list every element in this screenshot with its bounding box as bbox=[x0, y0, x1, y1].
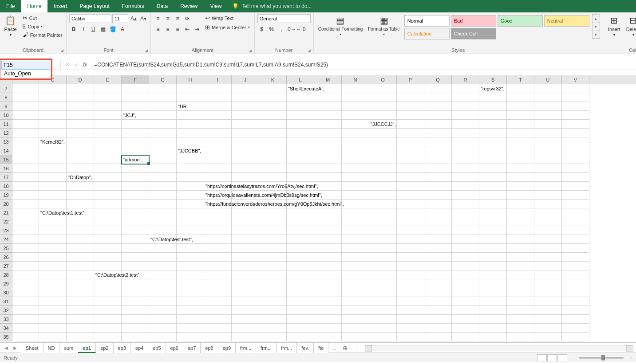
cell-M8[interactable] bbox=[314, 93, 342, 102]
cell-R34[interactable] bbox=[452, 324, 479, 333]
cell-P23[interactable] bbox=[397, 226, 424, 235]
copy-button[interactable]: ⎘Copy ▾ bbox=[21, 23, 64, 30]
cell-F12[interactable] bbox=[122, 129, 149, 137]
cell-S23[interactable] bbox=[479, 226, 507, 235]
cell-F13[interactable] bbox=[122, 137, 149, 146]
cell-M34[interactable] bbox=[314, 324, 342, 333]
cell-N15[interactable] bbox=[342, 155, 369, 164]
row-header-11[interactable]: 11 bbox=[0, 120, 12, 129]
cell-J25[interactable] bbox=[232, 244, 259, 253]
cell-K30[interactable] bbox=[259, 288, 287, 297]
cell-D30[interactable] bbox=[67, 288, 94, 297]
cancel-formula-icon[interactable]: ✕ bbox=[65, 62, 70, 68]
cell-U29[interactable] bbox=[534, 279, 562, 288]
cell-D31[interactable] bbox=[67, 297, 94, 306]
cell-R8[interactable] bbox=[452, 93, 479, 102]
column-header-M[interactable]: M bbox=[314, 75, 342, 84]
cell-T14[interactable] bbox=[507, 146, 534, 155]
cell-S28[interactable] bbox=[479, 270, 507, 279]
cell-J26[interactable] bbox=[232, 253, 259, 262]
cell-U10[interactable] bbox=[534, 111, 562, 120]
cell-M15[interactable] bbox=[314, 155, 342, 164]
cell-M30[interactable] bbox=[314, 288, 342, 297]
cell-N13[interactable] bbox=[342, 137, 369, 146]
cell-M12[interactable] bbox=[314, 129, 342, 137]
cell-O10[interactable] bbox=[369, 111, 397, 120]
cell-E22[interactable] bbox=[94, 217, 122, 226]
cell-K35[interactable] bbox=[259, 333, 287, 341]
cell-P18[interactable] bbox=[397, 182, 424, 191]
cell-N26[interactable] bbox=[342, 253, 369, 262]
sheet-tab-ep3[interactable]: ep3 bbox=[114, 343, 131, 353]
column-header-R[interactable]: R bbox=[452, 75, 479, 84]
cell-S29[interactable] bbox=[479, 279, 507, 288]
cell-Q22[interactable] bbox=[424, 217, 452, 226]
row-header-17[interactable]: 17 bbox=[0, 173, 12, 182]
cell-S12[interactable] bbox=[479, 129, 507, 137]
cell-G15[interactable] bbox=[149, 155, 177, 164]
cell-S26[interactable] bbox=[479, 253, 507, 262]
cell-Q11[interactable] bbox=[424, 120, 452, 129]
cell-N17[interactable] bbox=[342, 173, 369, 182]
cell-J11[interactable] bbox=[232, 120, 259, 129]
cell-partial-26[interactable] bbox=[12, 253, 39, 262]
cell-G28[interactable] bbox=[149, 270, 177, 279]
cell-L10[interactable] bbox=[287, 111, 314, 120]
cell-M27[interactable] bbox=[314, 262, 342, 270]
cell-partial-34[interactable] bbox=[12, 324, 39, 333]
cut-button[interactable]: ✂Cut bbox=[21, 14, 64, 22]
cell-M9[interactable] bbox=[314, 102, 342, 111]
cell-P10[interactable] bbox=[397, 111, 424, 120]
cell-D24[interactable] bbox=[67, 235, 94, 244]
cell-T8[interactable] bbox=[507, 93, 534, 102]
cell-S14[interactable] bbox=[479, 146, 507, 155]
cell-V27[interactable] bbox=[562, 262, 589, 270]
fill-color-button[interactable]: 🪣 bbox=[108, 25, 117, 34]
cell-partial-22[interactable] bbox=[12, 217, 39, 226]
sheet-tab-fte[interactable]: fte bbox=[314, 343, 328, 353]
cell-V19[interactable] bbox=[562, 191, 589, 200]
cell-L35[interactable] bbox=[287, 333, 314, 341]
cell-G21[interactable] bbox=[149, 208, 177, 217]
cell-H10[interactable] bbox=[177, 111, 204, 120]
cell-U33[interactable] bbox=[534, 315, 562, 324]
cell-K8[interactable] bbox=[259, 93, 287, 102]
cell-N32[interactable] bbox=[342, 306, 369, 315]
column-header-V[interactable]: V bbox=[562, 75, 589, 84]
cell-K14[interactable] bbox=[259, 146, 287, 155]
cell-T9[interactable] bbox=[507, 102, 534, 111]
cell-H11[interactable] bbox=[177, 120, 204, 129]
cell-D7[interactable] bbox=[67, 84, 94, 93]
cell-H17[interactable] bbox=[177, 173, 204, 182]
cell-H33[interactable] bbox=[177, 315, 204, 324]
column-header-Q[interactable]: Q bbox=[424, 75, 452, 84]
cell-F20[interactable] bbox=[122, 200, 149, 208]
cell-P9[interactable] bbox=[397, 102, 424, 111]
cell-O18[interactable] bbox=[369, 182, 397, 191]
cell-S33[interactable] bbox=[479, 315, 507, 324]
cell-I20[interactable]: "https://fundacionverdaderosheroes.com/g… bbox=[204, 200, 232, 208]
font-size-select[interactable] bbox=[112, 14, 128, 23]
cell-U20[interactable] bbox=[534, 200, 562, 208]
cell-D34[interactable] bbox=[67, 324, 94, 333]
cell-H12[interactable] bbox=[177, 129, 204, 137]
sheet-tab-frm[interactable]: frm... bbox=[277, 343, 297, 353]
align-middle-icon[interactable]: ≡ bbox=[163, 14, 172, 23]
row-header-28[interactable]: 28 bbox=[0, 270, 12, 279]
column-header-T[interactable]: T bbox=[507, 75, 534, 84]
cell-T16[interactable] bbox=[507, 164, 534, 173]
cell-Q26[interactable] bbox=[424, 253, 452, 262]
cell-H13[interactable] bbox=[177, 137, 204, 146]
cell-L29[interactable] bbox=[287, 279, 314, 288]
row-header-7[interactable]: 7 bbox=[0, 84, 12, 93]
cell-O31[interactable] bbox=[369, 297, 397, 306]
cell-K13[interactable] bbox=[259, 137, 287, 146]
cell-V13[interactable] bbox=[562, 137, 589, 146]
cell-U34[interactable] bbox=[534, 324, 562, 333]
cell-F15[interactable]: "urlmon", bbox=[122, 155, 149, 164]
cell-R17[interactable] bbox=[452, 173, 479, 182]
cell-S20[interactable] bbox=[479, 200, 507, 208]
italic-button[interactable]: I bbox=[79, 25, 88, 34]
cell-S22[interactable] bbox=[479, 217, 507, 226]
cell-R15[interactable] bbox=[452, 155, 479, 164]
